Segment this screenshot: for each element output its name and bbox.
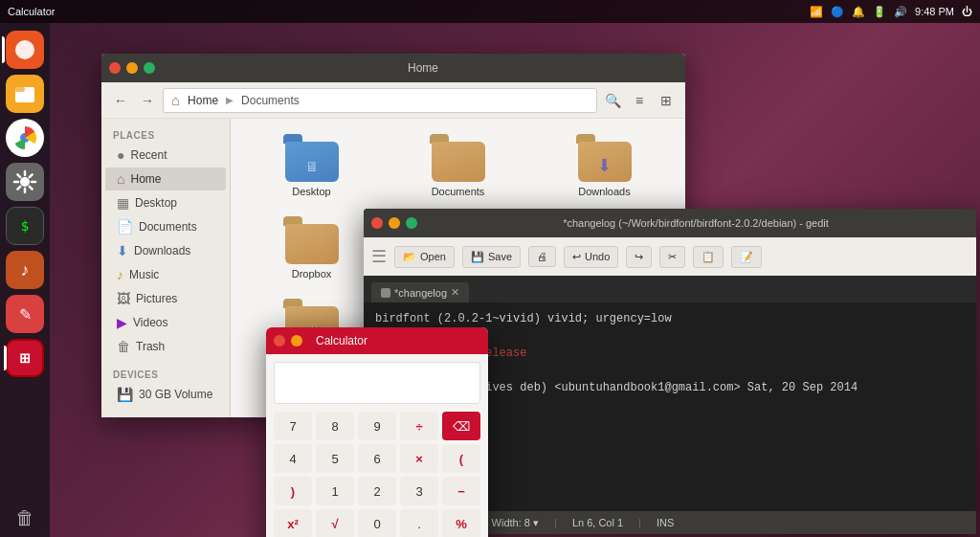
calc-btn-backspace[interactable]: ⌫ — [442, 412, 480, 440]
calc-btn-9[interactable]: 9 — [358, 412, 396, 440]
fm-back-button[interactable]: ← — [109, 89, 132, 112]
calc-btn-5[interactable]: 5 — [316, 444, 354, 473]
undo-label: Undo — [585, 251, 610, 262]
sidebar-item-home[interactable]: ⌂ Home — [105, 168, 226, 190]
fm-list-view-button[interactable]: ≡ — [628, 89, 651, 112]
sidebar-item-recent[interactable]: ● Recent — [105, 144, 226, 167]
docs-icon: 📄 — [117, 219, 133, 235]
gedit-undo-button[interactable]: ↩ Undo — [564, 246, 618, 268]
trash-launcher-icon[interactable]: 🗑 — [6, 499, 44, 537]
calc-btn-8[interactable]: 8 — [316, 412, 354, 440]
sidebar-music-label: Music — [129, 268, 159, 281]
battery-icon[interactable]: 🔋 — [873, 6, 886, 18]
fm-grid-view-button[interactable]: ⊞ — [655, 89, 678, 112]
calc-btn-minus[interactable]: − — [442, 477, 480, 505]
folder-desktop[interactable]: 🖥 Desktop — [246, 134, 377, 197]
gedit-print-button[interactable]: 🖨 — [528, 246, 556, 267]
calc-btn-6[interactable]: 6 — [358, 444, 396, 473]
settings-launcher-icon[interactable] — [6, 163, 44, 201]
gedit-cut-button[interactable]: ✂ — [659, 246, 685, 268]
calc-btn-7[interactable]: 7 — [274, 412, 312, 440]
tab-icon: ✕ — [451, 286, 459, 299]
redo-icon: ↪ — [635, 251, 643, 263]
sidebar-item-downloads[interactable]: ⬇ Downloads — [105, 239, 226, 262]
calc-launcher-icon[interactable]: ⊞ — [6, 339, 44, 377]
print-icon: 🖨 — [537, 251, 547, 262]
folder-documents-label: Documents — [432, 186, 485, 197]
sidebar-home-label: Home — [130, 172, 161, 186]
gedit-redo-button[interactable]: ↪ — [626, 246, 652, 268]
fm-minimize-button[interactable] — [126, 62, 138, 74]
gedit-status-sep3: | — [638, 517, 641, 528]
sidebar-videos-label: Videos — [133, 316, 167, 329]
gedit-close-button[interactable] — [371, 217, 383, 229]
fm-forward-button[interactable]: → — [136, 89, 159, 112]
network-icon[interactable]: 📶 — [810, 6, 823, 18]
terminal-launcher-icon[interactable]: $ — [6, 207, 44, 245]
chrome-launcher-icon[interactable] — [6, 119, 44, 157]
sidebar-item-pictures[interactable]: 🖼 Pictures — [105, 287, 226, 310]
gedit-status-sep2: | — [554, 517, 557, 528]
sidebar-item-music[interactable]: ♪ Music — [105, 263, 226, 286]
sidebar-item-desktop[interactable]: ▦ Desktop — [105, 191, 226, 214]
folder-downloads-label: Downloads — [578, 186, 630, 197]
folder-documents[interactable]: Documents — [392, 134, 523, 197]
calc-btn-sqrt[interactable]: √ — [316, 509, 354, 537]
home-icon: ⌂ — [117, 171, 124, 187]
gedit-launcher-icon[interactable]: ✎ — [6, 295, 44, 333]
devices-section-label: Devices — [101, 366, 230, 382]
files-launcher-icon[interactable] — [6, 75, 44, 113]
sidebar-item-30gb[interactable]: 💾 30 GB Volume — [105, 383, 226, 406]
fm-search-button[interactable]: 🔍 — [601, 89, 624, 112]
gedit-menu-icon: ☰ — [371, 246, 387, 267]
volume-sidebar-icon: 💾 — [117, 387, 133, 402]
svg-point-5 — [21, 178, 29, 186]
folder-dropbox[interactable]: Dropbox — [246, 216, 377, 280]
calc-btn-rparen[interactable]: ) — [274, 477, 312, 505]
calc-btn-3[interactable]: 3 — [400, 477, 438, 505]
calc-title: Calculator — [316, 334, 368, 347]
gedit-save-button[interactable]: 💾 Save — [462, 246, 521, 268]
bluetooth-icon[interactable]: 🔵 — [831, 6, 844, 18]
fm-sidebar: Places ● Recent ⌂ Home ▦ Desktop 📄 Docum… — [101, 119, 231, 417]
calc-close-button[interactable] — [274, 335, 285, 347]
open-label: Open — [420, 251, 446, 262]
calc-btn-2[interactable]: 2 — [358, 477, 396, 505]
gedit-titlebar: *changelog (~/Work/birdfont/birdfont-2.0… — [364, 209, 976, 237]
calc-minimize-button[interactable] — [291, 335, 302, 347]
fm-close-button[interactable] — [109, 62, 121, 74]
calc-btn-lparen[interactable]: ( — [442, 444, 480, 473]
volume-icon[interactable]: 🔊 — [894, 6, 907, 18]
sidebar-pictures-label: Pictures — [136, 292, 177, 305]
fm-location-bar[interactable]: ⌂ Home ▶ Documents — [163, 88, 597, 113]
sidebar-item-trash[interactable]: 🗑 Trash — [105, 335, 226, 358]
pictures-icon: 🖼 — [117, 291, 130, 306]
gedit-paste-button[interactable]: 📝 — [731, 246, 762, 268]
sidebar-item-videos[interactable]: ▶ Videos — [105, 311, 226, 334]
calc-btn-multiply[interactable]: × — [400, 444, 438, 473]
gedit-maximize-button[interactable] — [406, 217, 417, 229]
rhythmbox-launcher-icon[interactable]: ♪ — [6, 251, 44, 289]
gedit-tabs: *changelog ✕ — [364, 276, 976, 302]
power-icon[interactable]: ⏻ — [962, 6, 972, 17]
file-manager-titlebar: Home — [101, 54, 685, 82]
gedit-tab-changelog[interactable]: *changelog ✕ — [371, 282, 469, 302]
sidebar-item-documents[interactable]: 📄 Documents — [105, 215, 226, 238]
ubuntu-dash-icon[interactable] — [6, 31, 44, 69]
calc-btn-divide[interactable]: ÷ — [400, 412, 438, 440]
notification-icon[interactable]: 🔔 — [852, 6, 865, 18]
calc-btn-dot[interactable]: . — [400, 509, 438, 537]
sidebar-desktop-label: Desktop — [135, 196, 177, 210]
calc-btn-4[interactable]: 4 — [274, 444, 312, 473]
calc-btn-percent[interactable]: % — [442, 509, 480, 537]
gedit-minimize-button[interactable] — [389, 217, 400, 229]
fm-maximize-button[interactable] — [144, 62, 155, 74]
calc-btn-1[interactable]: 1 — [316, 477, 354, 505]
folder-downloads[interactable]: ⬇ Downloads — [539, 134, 670, 197]
calc-btn-0[interactable]: 0 — [358, 509, 396, 537]
calc-btn-square[interactable]: x² — [274, 509, 312, 537]
gedit-copy-button[interactable]: 📋 — [693, 246, 724, 268]
gedit-line-1: birdfont (2.0.2-1~vivid) vivid; urgency=… — [375, 310, 965, 327]
taskbar: Calculator 📶 🔵 🔔 🔋 🔊 9:48 PM ⏻ — [0, 0, 980, 23]
gedit-open-button[interactable]: 📂 Open — [394, 246, 455, 268]
